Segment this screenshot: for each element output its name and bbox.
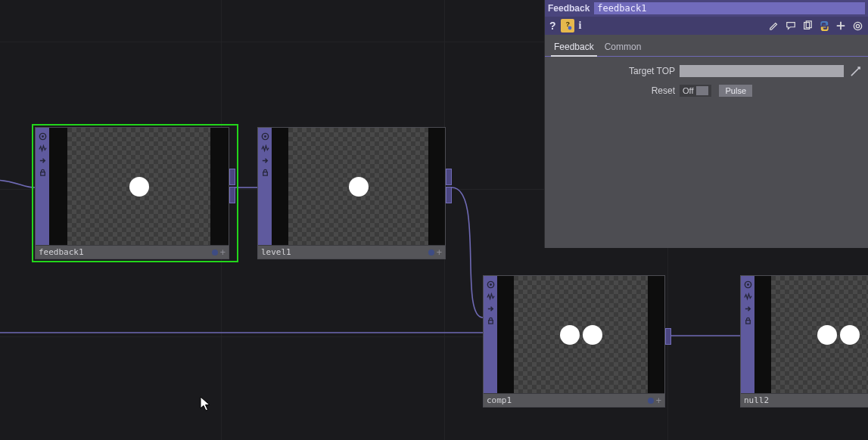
lock-icon[interactable] xyxy=(742,315,753,326)
lock-icon[interactable] xyxy=(37,167,48,178)
output-connector[interactable] xyxy=(665,328,671,407)
svg-point-14 xyxy=(856,24,859,27)
node-side-icons xyxy=(484,276,497,393)
node-null2[interactable]: null2 + xyxy=(740,275,868,407)
param-label: Target TOP xyxy=(551,66,675,76)
target-top-input[interactable] xyxy=(680,65,844,77)
plus-icon[interactable]: + xyxy=(656,396,661,405)
comment-icon[interactable] xyxy=(785,20,797,32)
record-icon[interactable] xyxy=(260,131,270,141)
arrow-right-icon[interactable] xyxy=(260,155,270,166)
viewer-dot-icon[interactable] xyxy=(212,249,218,256)
node-bar-icons: + xyxy=(428,248,442,257)
target-icon[interactable] xyxy=(851,20,863,32)
node-label: null2 xyxy=(744,395,769,405)
arrow-right-icon[interactable] xyxy=(485,303,496,314)
node-comp1[interactable]: comp1 + xyxy=(483,275,671,407)
mouse-cursor-icon xyxy=(200,396,212,413)
svg-point-7 xyxy=(747,284,749,286)
plus-icon[interactable]: + xyxy=(437,248,442,257)
activity-icon[interactable] xyxy=(485,291,496,302)
copy-icon[interactable] xyxy=(801,20,814,32)
param-label: Reset xyxy=(551,85,675,96)
activity-icon[interactable] xyxy=(260,143,270,153)
node-feedback1[interactable]: feedback1 + xyxy=(35,127,235,259)
record-icon[interactable] xyxy=(485,279,496,290)
node-label: comp1 xyxy=(487,395,512,405)
output-connector[interactable] xyxy=(229,169,235,259)
picker-icon[interactable] xyxy=(848,65,862,77)
lock-icon[interactable] xyxy=(260,167,270,178)
arrow-right-icon[interactable] xyxy=(742,303,753,314)
svg-point-1 xyxy=(42,135,44,138)
python-icon[interactable] xyxy=(818,20,830,32)
activity-icon[interactable] xyxy=(37,143,48,153)
panel-toolbar: ? ? i xyxy=(545,17,868,35)
tab-feedback[interactable]: Feedback xyxy=(552,39,596,56)
panel-title-bar: Feedback xyxy=(545,0,868,17)
activity-icon[interactable] xyxy=(742,291,753,302)
node-label: level1 xyxy=(261,247,291,257)
record-icon[interactable] xyxy=(742,279,753,290)
edit-icon[interactable] xyxy=(768,20,780,32)
node-label: feedback1 xyxy=(39,247,84,257)
svg-point-10 xyxy=(568,26,571,30)
help-wiki-icon[interactable]: ? xyxy=(561,19,574,33)
plus-icon[interactable]: + xyxy=(220,248,226,257)
viewer-dot-icon[interactable] xyxy=(428,249,434,256)
operator-type-label: Feedback xyxy=(548,3,590,14)
toggle-state: Off xyxy=(683,86,693,95)
svg-point-3 xyxy=(264,135,266,138)
param-reset: Reset Off Pulse xyxy=(551,82,862,99)
node-bar-icons: + xyxy=(648,396,661,405)
reset-pulse-button[interactable]: Pulse xyxy=(719,85,752,97)
viewer-dot-icon[interactable] xyxy=(648,398,654,404)
node-side-icons xyxy=(741,276,754,393)
help-question-icon[interactable]: ? xyxy=(549,20,556,32)
output-connector[interactable] xyxy=(446,169,452,259)
arrow-right-icon[interactable] xyxy=(37,155,48,166)
tab-common[interactable]: Common xyxy=(603,39,643,56)
panel-tabs: Feedback Common xyxy=(545,35,868,57)
svg-point-13 xyxy=(854,22,861,29)
node-side-icons xyxy=(36,128,49,245)
node-bar-icons: + xyxy=(212,248,226,257)
info-icon[interactable]: i xyxy=(579,20,582,32)
toggle-switch-icon xyxy=(696,86,708,95)
record-icon[interactable] xyxy=(37,131,48,141)
svg-point-5 xyxy=(490,284,492,286)
panel-body: Target TOP Reset Off Pulse xyxy=(545,57,868,248)
reset-toggle[interactable]: Off xyxy=(680,85,711,97)
lock-icon[interactable] xyxy=(485,315,496,326)
plus-icon[interactable] xyxy=(835,20,847,32)
parameter-panel: Feedback ? ? i Feedback Common Target TO… xyxy=(544,0,868,248)
node-level1[interactable]: level1 + xyxy=(257,127,452,259)
node-side-icons xyxy=(258,128,272,245)
param-target-top: Target TOP xyxy=(551,63,862,79)
operator-name-input[interactable] xyxy=(594,2,865,14)
